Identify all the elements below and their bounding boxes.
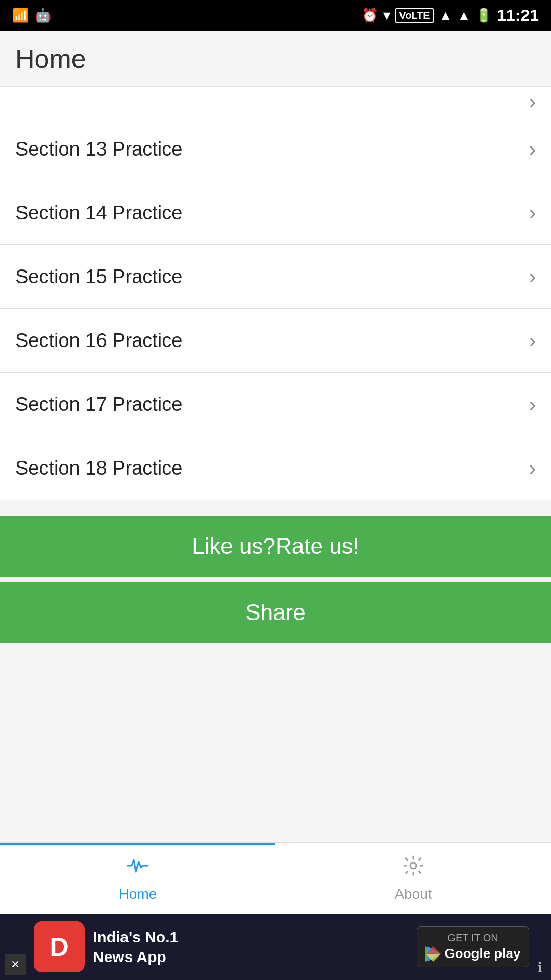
- signal-icon2: ▲: [457, 8, 470, 23]
- bottom-nav: Home About: [0, 842, 551, 914]
- signal-icon1: ▲: [439, 8, 453, 23]
- alarm-icon: ⏰: [362, 8, 378, 23]
- app-header: Home: [0, 31, 551, 87]
- info-icon[interactable]: ℹ: [537, 959, 543, 980]
- section18-label: Section 18 Practice: [15, 457, 182, 479]
- status-bar-right: ⏰ ▾ VoLTE ▲ ▲ 🔋 11:21: [362, 6, 539, 25]
- list-item-section16[interactable]: Section 16 Practice ›: [0, 309, 551, 373]
- nav-home-label: Home: [119, 886, 157, 902]
- home-pulse-icon: [127, 854, 149, 882]
- chevron-icon-section14: ›: [529, 202, 536, 225]
- ad-play-badge[interactable]: GET IT ON Google play: [417, 926, 529, 967]
- section16-label: Section 16 Practice: [15, 330, 182, 352]
- list-item-section17[interactable]: Section 17 Practice ›: [0, 373, 551, 436]
- list-container: › Section 13 Practice › Section 14 Pract…: [0, 87, 551, 500]
- battery-icon: 🔋: [475, 8, 492, 23]
- list-item-section15[interactable]: Section 15 Practice ›: [0, 245, 551, 309]
- chevron-icon-section16: ›: [529, 329, 536, 352]
- ad-close-button[interactable]: ✕: [5, 954, 26, 975]
- bar-chart-icon: 📶: [12, 8, 29, 23]
- status-bar-left: 📶 🤖: [12, 8, 51, 23]
- section14-label: Section 14 Practice: [15, 202, 182, 224]
- chevron-icon-section17: ›: [529, 393, 536, 416]
- nav-home[interactable]: Home: [0, 843, 276, 914]
- section15-label: Section 15 Practice: [15, 266, 182, 288]
- ad-banner: ✕ D India's No.1News App GET IT ON Googl…: [0, 914, 551, 980]
- gear-icon: [402, 854, 424, 882]
- chevron-icon-section18: ›: [529, 457, 536, 480]
- status-time: 11:21: [497, 6, 539, 25]
- wifi-icon: ▾: [383, 8, 390, 23]
- nav-about[interactable]: About: [276, 843, 551, 914]
- page-title: Home: [15, 43, 86, 74]
- svg-point-0: [410, 863, 416, 869]
- section17-label: Section 17 Practice: [15, 394, 182, 415]
- list-item-section13[interactable]: Section 13 Practice ›: [0, 117, 551, 181]
- chevron-icon-section15: ›: [529, 265, 536, 288]
- status-bar: 📶 🤖 ⏰ ▾ VoLTE ▲ ▲ 🔋 11:21: [0, 0, 551, 31]
- list-item-partial: ›: [0, 87, 551, 117]
- chevron-icon-partial: ›: [529, 90, 536, 113]
- section13-label: Section 13 Practice: [15, 138, 182, 160]
- rate-button[interactable]: Like us?Rate us!: [0, 516, 551, 577]
- ad-text: India's No.1News App: [93, 927, 409, 967]
- android-icon: 🤖: [35, 8, 51, 23]
- chevron-icon-section13: ›: [529, 138, 536, 161]
- nav-about-label: About: [394, 886, 432, 902]
- list-item-section18[interactable]: Section 18 Practice ›: [0, 436, 551, 500]
- ad-logo: D: [34, 921, 85, 972]
- volte-badge: VoLTE: [395, 8, 434, 23]
- list-item-section14[interactable]: Section 14 Practice ›: [0, 181, 551, 245]
- share-button[interactable]: Share: [0, 582, 551, 643]
